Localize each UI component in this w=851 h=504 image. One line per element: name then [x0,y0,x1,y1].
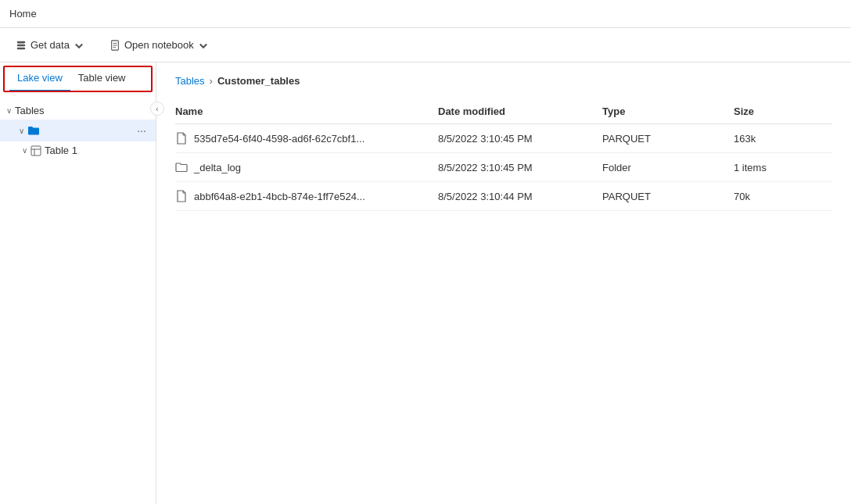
file-date: 8/5/2022 3:10:45 PM [438,153,602,182]
main-layout: Lake view Table view ∨ Tables ∨ [0,63,851,504]
tab-table-view[interactable]: Table view [70,66,134,91]
file-name: _delta_log [194,162,241,173]
database-icon [16,40,27,51]
file-list-header: Name Date modified Type Size [175,99,832,124]
nav-title: Home [9,8,37,20]
file-size: 163k [734,124,832,153]
file-list-table: Name Date modified Type Size 535d7e54-6f… [175,99,832,211]
sidebar-collapse-button[interactable]: ‹ [150,102,164,116]
col-header-name: Name [175,99,438,124]
toolbar: Get data Open notebook [0,28,851,63]
file-type: Folder [602,153,734,182]
col-header-date: Date modified [438,99,602,124]
file-date: 8/5/2022 3:10:44 PM [438,182,602,211]
get-data-label: Get data [31,39,70,51]
file-size: 1 items [734,153,832,182]
breadcrumb-tables[interactable]: Tables [175,75,205,87]
breadcrumb-separator: › [210,75,213,87]
notebook-icon [110,40,120,51]
file-type: PARQUET [602,124,734,153]
folder-icon [27,124,40,137]
file-name: abbf64a8-e2b1-4bcb-874e-1ff7e524... [194,191,365,202]
tree-table1-item[interactable]: ∨ Table 1 [0,141,156,159]
file-list-body: 535d7e54-6f40-4598-ad6f-62c7cbf1...8/5/2… [175,124,832,211]
svg-rect-7 [31,146,41,155]
table-row[interactable]: _delta_log8/5/2022 3:10:45 PMFolder1 ite… [175,153,832,182]
file-icon [175,190,188,202]
file-date: 8/5/2022 3:10:45 PM [438,124,602,153]
folder-icon [175,161,188,173]
tables-collapse-icon: ∨ [6,106,12,115]
tree-folder-item[interactable]: ∨ ··· [0,120,156,141]
open-notebook-label: Open notebook [124,39,194,51]
top-nav: Home [0,0,851,28]
svg-rect-2 [17,47,26,49]
svg-rect-1 [17,44,26,46]
refresh-button[interactable]: Get data [9,36,91,54]
open-notebook-chevron-icon [198,40,209,51]
col-header-type: Type [602,99,734,124]
file-icon [175,132,188,145]
col-header-size: Size [734,99,832,124]
folder-collapse-icon: ∨ [19,127,24,135]
breadcrumb: Tables › Customer_tables [175,75,832,87]
tab-lake-view[interactable]: Lake view [9,66,70,91]
table-icon [31,145,41,156]
sidebar: Lake view Table view ∨ Tables ∨ [0,63,156,504]
tabs-container: Lake view Table view [3,66,153,92]
content-area: Tables › Customer_tables Name Date modif… [156,63,851,504]
file-name: 535d7e54-6f40-4598-ad6f-62c7cbf1... [194,133,364,145]
sidebar-wrapper: Lake view Table view ∨ Tables ∨ [0,63,156,504]
file-type: PARQUET [602,182,734,211]
svg-rect-0 [17,41,26,43]
table1-label: Table 1 [45,145,77,156]
table-row[interactable]: 535d7e54-6f40-4598-ad6f-62c7cbf1...8/5/2… [175,124,832,153]
table-row[interactable]: abbf64a8-e2b1-4bcb-874e-1ff7e524...8/5/2… [175,182,832,211]
tree-container: ∨ Tables ∨ ··· ∨ [0,95,156,504]
breadcrumb-customer-tables: Customer_tables [217,75,300,87]
open-notebook-button[interactable]: Open notebook [103,36,215,54]
folder-more-icon[interactable]: ··· [134,123,149,138]
tables-label: Tables [15,105,45,116]
table1-collapse-icon: ∨ [22,146,27,155]
tree-section-tables[interactable]: ∨ Tables [0,102,156,120]
file-size: 70k [734,182,832,211]
get-data-chevron-icon [74,40,84,51]
